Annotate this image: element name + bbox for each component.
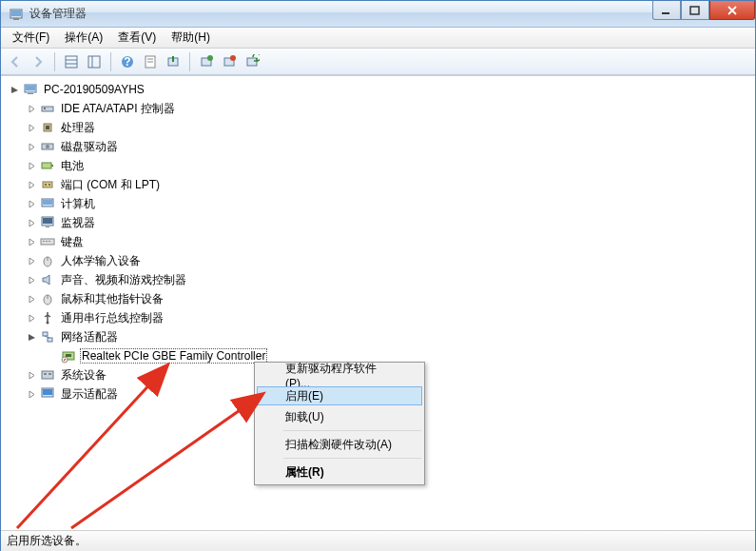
svg-rect-36 <box>43 200 52 205</box>
tree-label: 键盘 <box>59 234 86 250</box>
svg-rect-5 <box>66 56 77 68</box>
properties-button[interactable] <box>140 51 161 72</box>
svg-rect-1 <box>11 10 21 16</box>
tree-label: 通用串行总线控制器 <box>59 310 165 326</box>
detail-view-button[interactable] <box>61 51 82 72</box>
expand-icon[interactable] <box>26 141 37 152</box>
svg-rect-39 <box>46 226 49 227</box>
svg-rect-8 <box>88 56 100 68</box>
computer-icon <box>23 82 38 97</box>
app-icon <box>9 7 24 22</box>
tree-category[interactable]: 声音、视频和游戏控制器 <box>9 270 755 289</box>
tree-label: PC-20190509AYHS <box>42 83 146 96</box>
expand-icon[interactable] <box>26 293 37 305</box>
tree-category[interactable]: 处理器 <box>9 118 755 137</box>
svg-rect-41 <box>43 241 45 242</box>
expand-icon[interactable] <box>26 312 37 324</box>
category-icon <box>40 158 55 173</box>
scan-hardware-button[interactable] <box>242 51 262 72</box>
svg-rect-50 <box>48 338 52 342</box>
expand-icon[interactable] <box>26 388 37 400</box>
svg-rect-49 <box>43 332 48 336</box>
toolbar-separator <box>189 52 190 71</box>
menu-file[interactable]: 文件(F) <box>5 28 57 48</box>
collapse-icon[interactable] <box>26 331 37 343</box>
expand-icon[interactable] <box>26 217 37 228</box>
ctx-separator <box>283 458 421 459</box>
tree-category[interactable]: 计算机 <box>9 194 755 213</box>
window-title: 设备管理器 <box>29 6 652 22</box>
tree-category[interactable]: 人体学输入设备 <box>9 251 755 270</box>
svg-point-29 <box>46 145 49 148</box>
device-tree[interactable]: PC-20190509AYHS IDE ATA/ATAPI 控制器 处理器 磁盘… <box>1 76 755 403</box>
enable-button[interactable] <box>163 51 184 72</box>
help-button[interactable]: ? <box>117 51 138 72</box>
expand-icon[interactable] <box>26 369 37 381</box>
svg-point-19 <box>230 55 236 61</box>
tree-label: 人体学输入设备 <box>59 253 143 269</box>
tree-category[interactable]: 通用串行总线控制器 <box>9 308 755 327</box>
back-button[interactable] <box>5 51 26 72</box>
expand-icon[interactable] <box>26 274 37 285</box>
expand-icon[interactable] <box>26 103 37 114</box>
minimize-button[interactable] <box>652 1 681 20</box>
svg-rect-31 <box>51 165 53 167</box>
tree-label: 显示适配器 <box>59 386 120 403</box>
svg-point-25 <box>44 108 46 109</box>
tree-category[interactable]: 磁盘驱动器 <box>9 137 755 156</box>
tree-category[interactable]: 端口 (COM 和 LPT) <box>9 175 755 194</box>
close-button[interactable] <box>709 1 755 20</box>
tree-category[interactable]: 电池 <box>9 156 755 175</box>
tree-category[interactable]: 监视器 <box>9 213 755 232</box>
expand-icon[interactable] <box>26 198 37 209</box>
category-icon <box>40 139 55 154</box>
spacer <box>47 350 58 362</box>
expand-icon[interactable] <box>26 122 37 133</box>
ctx-properties[interactable]: 属性(R) <box>257 462 422 482</box>
svg-rect-3 <box>662 12 669 14</box>
svg-rect-30 <box>42 163 51 168</box>
ctx-uninstall[interactable]: 卸载(U) <box>257 406 422 427</box>
expand-icon[interactable] <box>26 179 37 190</box>
tree-category[interactable]: IDE ATA/ATAPI 控制器 <box>9 99 755 118</box>
svg-rect-42 <box>46 241 48 242</box>
category-icon <box>40 367 55 383</box>
svg-rect-27 <box>46 126 49 129</box>
tree-label: Realtek PCIe GBE Family Controller <box>80 348 267 364</box>
svg-point-17 <box>207 55 213 61</box>
tree-category[interactable]: 鼠标和其他指针设备 <box>9 289 755 308</box>
uninstall-button[interactable] <box>219 51 240 72</box>
ctx-scan[interactable]: 扫描检测硬件改动(A) <box>257 434 422 455</box>
forward-button[interactable] <box>28 51 48 72</box>
statusbar: 启用所选设备。 <box>1 530 755 551</box>
collapse-icon[interactable] <box>9 84 20 95</box>
menu-help[interactable]: 帮助(H) <box>164 28 218 48</box>
expand-icon[interactable] <box>26 236 37 247</box>
category-icon <box>40 272 55 287</box>
toolbar: ? <box>1 49 755 75</box>
tree-label: 声音、视频和游戏控制器 <box>59 272 188 288</box>
svg-rect-2 <box>13 18 19 20</box>
menu-action[interactable]: 操作(A) <box>57 28 110 48</box>
tree-label: 网络适配器 <box>59 329 120 345</box>
titlebar[interactable]: 设备管理器 <box>1 1 755 28</box>
svg-rect-43 <box>48 241 50 242</box>
ctx-update-driver[interactable]: 更新驱动程序软件(P)... <box>257 364 422 385</box>
ctx-enable[interactable]: 启用(E) <box>257 386 422 405</box>
tree-category[interactable]: 键盘 <box>9 232 755 251</box>
expand-icon[interactable] <box>26 160 37 171</box>
list-view-button[interactable] <box>84 51 105 72</box>
tree-category[interactable]: 网络适配器 <box>9 327 755 346</box>
tree-label: 磁盘驱动器 <box>59 139 120 155</box>
maximize-button[interactable] <box>681 1 709 20</box>
menubar: 文件(F) 操作(A) 查看(V) 帮助(H) <box>1 28 755 49</box>
expand-icon[interactable] <box>26 255 37 266</box>
category-icon <box>40 253 55 268</box>
tree-label: 端口 (COM 和 LPT) <box>59 177 162 193</box>
svg-rect-38 <box>43 218 52 224</box>
tree-root[interactable]: PC-20190509AYHS <box>9 80 755 99</box>
category-icon <box>40 291 55 306</box>
update-driver-button[interactable] <box>196 51 217 72</box>
category-icon <box>40 386 55 402</box>
menu-view[interactable]: 查看(V) <box>110 28 164 48</box>
